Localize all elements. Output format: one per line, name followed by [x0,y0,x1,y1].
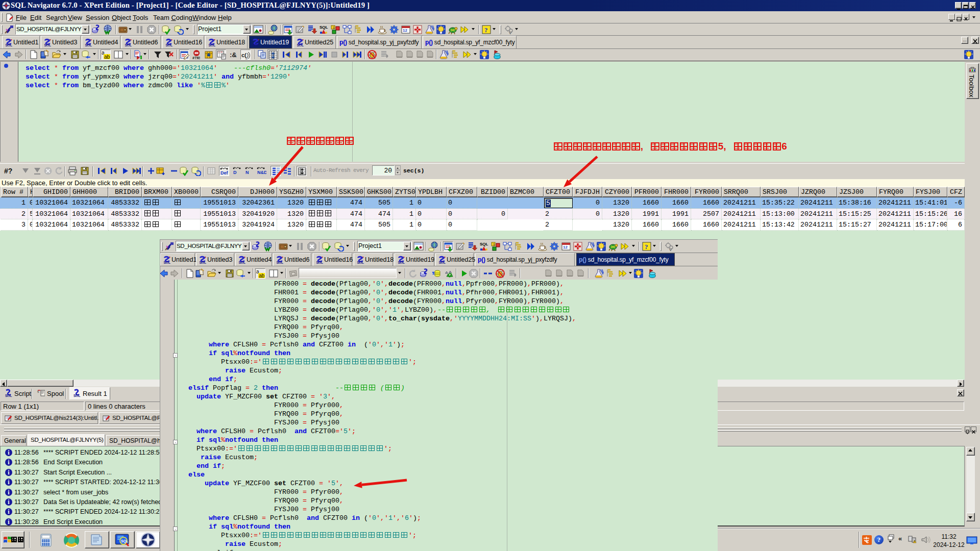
svg-text:N: N [246,170,249,175]
svg-text:SQL: SQL [277,261,283,264]
svg-text:SQL: SQL [480,242,488,246]
svg-text:SQL: SQL [164,261,170,264]
svg-text:5: 5 [37,390,39,393]
svg-text::&: :& [230,51,237,59]
svg-text:SQL: SQL [357,261,364,264]
svg-text:SQL: SQL [200,261,206,264]
svg-text:D: D [233,170,237,175]
svg-text:SQL: SQL [5,394,12,397]
svg-text:#?X!: #?X! [192,56,200,60]
svg-text:ab: ab [104,54,110,60]
svg-text:SQL: SQL [316,261,323,264]
svg-text:SQL: SQL [253,43,259,46]
svg-text:SQL: SQL [209,43,215,46]
svg-text:SQL: SQL [166,43,173,46]
svg-text:SQL: SQL [125,43,132,46]
svg-text:SQL: SQL [74,394,80,397]
svg-text:SQL: SQL [398,261,405,264]
svg-text:?: ? [645,243,648,251]
svg-text:ab: ab [259,273,265,279]
svg-text:SQL: SQL [85,43,92,46]
svg-text:)): )) [246,57,248,60]
svg-text:#?: #? [4,167,12,175]
svg-text:SQL: SQL [239,261,246,264]
svg-text:SQL: SQL [320,25,328,30]
svg-text:V: V [509,31,512,35]
svg-text:SQL: SQL [44,43,51,46]
svg-text:SQL: SQL [6,43,12,46]
svg-text:V: V [669,247,672,252]
svg-text:SQL: SQL [439,261,446,264]
svg-text:Def: Def [220,170,229,176]
svg-text:?: ? [484,26,488,34]
svg-text:12: 12 [563,245,568,249]
svg-text:12: 12 [403,28,407,33]
svg-text:SQL: SQL [121,539,129,543]
svg-text:SQL: SQL [297,43,304,46]
